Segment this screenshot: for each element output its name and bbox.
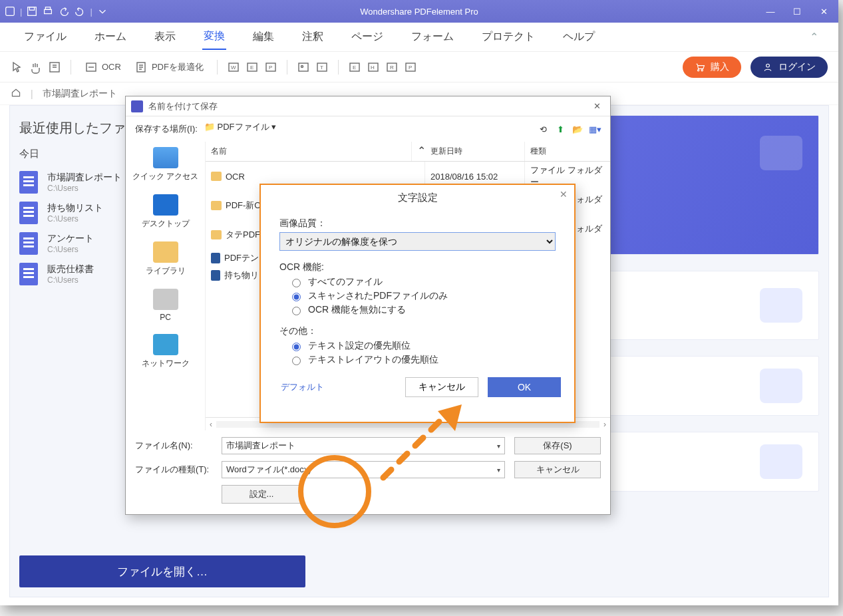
recent-path: C:\Users <box>47 184 122 193</box>
recent-title: 市場調査レポート <box>47 172 122 184</box>
svg-text:P: P <box>409 65 412 71</box>
menu-collapse-icon[interactable]: ⌃ <box>810 31 818 43</box>
place-pc[interactable]: PC <box>153 289 178 322</box>
to-word-icon[interactable]: W <box>227 61 240 74</box>
ocr-section-label: OCR 機能: <box>279 261 556 273</box>
window-minimize-icon[interactable]: — <box>765 7 776 17</box>
dialog-titlebar: 名前を付けて保存 ✕ <box>126 96 610 116</box>
menu-protect[interactable]: プロテクト <box>480 25 536 49</box>
ocr-option-scanned[interactable]: スキャンされたPDFファイルのみ <box>289 290 556 302</box>
filename-input[interactable]: 市場調査レポート▾ <box>222 437 505 454</box>
to-rtf-icon[interactable]: R <box>385 61 399 74</box>
recent-path: C:\Users <box>47 245 94 254</box>
svg-text:P: P <box>269 65 272 71</box>
place-quickaccess[interactable]: クイック アクセス <box>132 147 198 182</box>
combine-card-icon <box>760 369 802 403</box>
other-option-text[interactable]: テキスト設定の優先順位 <box>289 340 556 352</box>
location-label: 保存する場所(I): <box>135 123 198 135</box>
to-epub-icon[interactable]: E <box>348 61 361 74</box>
print-icon[interactable] <box>42 5 54 17</box>
app-window: | | Wondershare PDFelement Pro — ☐ ✕ ファイ… <box>0 0 838 605</box>
hand-tool-icon[interactable] <box>29 61 43 74</box>
place-desktop[interactable]: デスクトップ <box>142 194 190 230</box>
dialog-app-icon <box>131 100 143 112</box>
buy-label: 購入 <box>711 61 729 73</box>
svg-rect-4 <box>46 7 51 10</box>
buy-button[interactable]: 購入 <box>683 57 741 78</box>
dialog-close-icon[interactable]: ✕ <box>590 101 605 111</box>
menu-comment[interactable]: 注釈 <box>301 25 325 49</box>
list-header[interactable]: 名前 ⌃ 更新日時 種類 <box>206 142 610 162</box>
other-option-layout[interactable]: テキストレイアウトの優先順位 <box>289 354 556 366</box>
char-settings-dialog: 文字設定 ✕ 画像品質： オリジナルの解像度を保つ OCR 機能: すべてのファ… <box>259 184 576 423</box>
svg-rect-1 <box>28 7 37 16</box>
to-text-icon[interactable]: T <box>315 61 329 74</box>
to-html-icon[interactable]: H <box>367 61 380 74</box>
file-icon <box>19 171 38 194</box>
svg-text:T: T <box>320 65 323 71</box>
open-file-button[interactable]: ファイルを開く… <box>19 555 305 587</box>
place-libraries[interactable]: ライブラリ <box>146 241 186 277</box>
char-dialog-title: 文字設定 <box>398 192 438 203</box>
window-maximize-icon[interactable]: ☐ <box>792 7 802 17</box>
ocr-button[interactable]: OCR <box>81 58 125 77</box>
breadcrumb-tab[interactable]: 市場調査レポート <box>43 88 117 100</box>
char-dialog-close-icon[interactable]: ✕ <box>560 189 568 200</box>
other-section-label: その他： <box>279 325 556 337</box>
view-mode-icon[interactable]: ▦▾ <box>589 123 601 135</box>
to-ppt-icon[interactable]: P <box>264 61 277 74</box>
location-combo[interactable]: 📁 PDFファイル ▾ <box>204 121 530 137</box>
recent-title: 販売仕様書 <box>47 263 94 275</box>
undo-icon[interactable] <box>58 5 70 17</box>
edit-tool-icon[interactable] <box>48 61 61 74</box>
optimize-button[interactable]: PDFを最適化 <box>130 58 208 77</box>
svg-rect-14 <box>299 63 308 71</box>
to-image-icon[interactable] <box>297 61 310 74</box>
dropdown-icon[interactable] <box>96 5 108 17</box>
nav-up-icon[interactable]: ⬆ <box>554 123 566 135</box>
ocr-option-disable[interactable]: OCR 機能を無効にする <box>289 304 556 316</box>
login-button[interactable]: ログイン <box>751 57 828 78</box>
select-tool-icon[interactable] <box>11 61 24 74</box>
nav-back-icon[interactable]: ⟲ <box>537 123 549 135</box>
svg-rect-0 <box>6 7 15 16</box>
menu-home[interactable]: ホーム <box>93 25 128 49</box>
menu-file[interactable]: ファイル <box>23 25 68 49</box>
recent-path: C:\Users <box>47 214 103 224</box>
menu-help[interactable]: ヘルプ <box>562 25 596 49</box>
svg-text:E: E <box>250 65 253 71</box>
default-button[interactable]: デフォルト <box>274 377 331 397</box>
filetype-combo[interactable]: Wordファイル(*.docx)▾ <box>222 461 505 478</box>
menu-page[interactable]: ページ <box>350 25 385 49</box>
file-icon <box>19 202 38 224</box>
menu-view[interactable]: 表示 <box>153 25 177 49</box>
menu-form[interactable]: フォーム <box>410 25 455 49</box>
cancel-button[interactable]: キャンセル <box>514 461 601 478</box>
settings-button[interactable]: 設定... <box>222 485 301 504</box>
convert-card-icon <box>760 288 802 323</box>
dialog-title: 名前を付けて保存 <box>148 100 218 112</box>
recent-title: アンケート <box>47 233 94 245</box>
place-network[interactable]: ネットワーク <box>142 334 190 369</box>
menu-edit[interactable]: 編集 <box>252 25 275 49</box>
window-close-icon[interactable]: ✕ <box>818 7 829 17</box>
filetype-label: ファイルの種類(T): <box>135 464 210 476</box>
quality-select[interactable]: オリジナルの解像度を保つ <box>279 232 556 251</box>
svg-rect-3 <box>45 9 52 13</box>
home-icon[interactable] <box>11 87 21 100</box>
to-excel-icon[interactable]: E <box>246 61 259 74</box>
file-icon <box>19 232 38 255</box>
char-cancel-button[interactable]: キャンセル <box>405 377 478 397</box>
ocr-option-all[interactable]: すべてのファイル <box>289 276 556 288</box>
redo-icon[interactable] <box>74 5 86 17</box>
menu-convert[interactable]: 変換 <box>202 24 226 50</box>
svg-text:W: W <box>231 65 236 71</box>
optimize-label: PDFを最適化 <box>152 61 204 73</box>
folder-icon <box>211 172 222 181</box>
save-button[interactable]: 保存(S) <box>514 437 601 454</box>
svg-text:R: R <box>390 65 394 71</box>
save-icon[interactable] <box>26 5 38 17</box>
char-ok-button[interactable]: OK <box>488 377 561 397</box>
new-folder-icon[interactable]: 📂 <box>572 123 584 135</box>
to-pdfa-icon[interactable]: P <box>404 61 417 74</box>
